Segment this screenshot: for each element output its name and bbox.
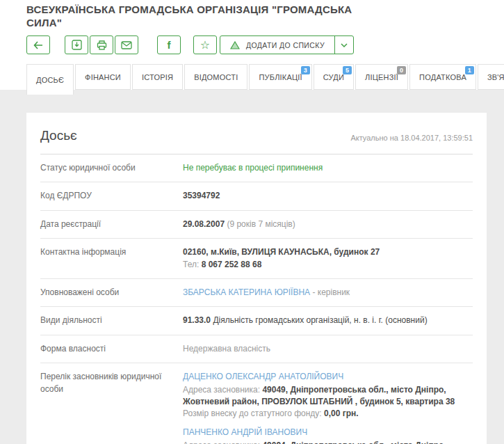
- download-button[interactable]: [65, 35, 88, 54]
- row-officers: Уповноважені особи ЗБАРСЬКА КАТЕРИНА ЮРІ…: [40, 279, 473, 307]
- toolbar: f ☆ ДОДАТИ ДО СПИСКУ: [26, 35, 490, 54]
- tab-label: ЛІЦЕНЗІЇ: [365, 73, 398, 81]
- count-badge: 1: [465, 66, 474, 74]
- row-contact-info: Контактна інформація 02160, м.Київ, ВУЛИ…: [40, 239, 473, 279]
- status-value: Не перебуває в процесі припинення: [183, 163, 323, 173]
- field-label: Перелік засновників юридичної особи: [40, 371, 183, 444]
- row-ownership: Форма власності Недержавна власність: [40, 335, 473, 363]
- add-to-list-button[interactable]: ДОДАТИ ДО СПИСКУ: [220, 35, 354, 54]
- email-button[interactable]: [115, 35, 138, 54]
- dossier-card: Досьє Актуально на 18.04.2017, 13:59:51 …: [26, 113, 487, 444]
- activity-text: Діяльність громадських організацій, н. в…: [213, 315, 427, 325]
- page-header: ВСЕУКРАЇНСЬКА ГРОМАДСЬКА ОРГАНІЗАЦІЯ "ГР…: [0, 0, 504, 54]
- tab-label: ФІНАНСИ: [85, 73, 121, 81]
- facebook-button[interactable]: f: [157, 35, 181, 54]
- officer-link[interactable]: ЗБАРСЬКА КАТЕРИНА ЮРІЇВНА: [183, 287, 310, 297]
- founder-link[interactable]: ПАНЧЕНКО АНДРІЙ ІВАНОВИЧ: [183, 427, 307, 438]
- count-badge: 3: [301, 66, 310, 74]
- tab-details[interactable]: ВІДОМОСТІ: [184, 64, 247, 90]
- tab-label: ПУБЛІКАЦІЇ: [259, 73, 302, 81]
- row-activities: Види діяльності 91.33.0 Діяльність грома…: [40, 307, 473, 335]
- tab-bar: ДОСЬЄ ФІНАНСИ ІСТОРІЯ ВІДОМОСТІ ПУБЛІКАЦ…: [0, 64, 504, 90]
- count-badge: 0: [397, 66, 406, 74]
- tab-dossier[interactable]: ДОСЬЄ: [26, 64, 74, 95]
- field-label: Статус юридичної особи: [40, 162, 183, 174]
- row-status: Статус юридичної особи Не перебуває в пр…: [40, 154, 473, 182]
- field-label: Дата реєстрації: [40, 219, 183, 230]
- count-badge: 5: [343, 66, 352, 74]
- contact-address: 02160, м.Київ, ВУЛИЦЯ КАУНАСЬКА, будинок…: [183, 247, 380, 257]
- field-label: Форма власності: [40, 343, 183, 355]
- row-registration-date: Дата реєстрації 29.08.2007 (9 років 7 мі…: [40, 211, 473, 239]
- star-icon: ☆: [200, 40, 210, 51]
- phone-label: Тел:: [183, 260, 199, 269]
- tab-label: ІСТОРІЯ: [142, 73, 173, 81]
- add-to-list-main[interactable]: ДОДАТИ ДО СПИСКУ: [220, 36, 334, 54]
- facebook-icon: f: [168, 40, 171, 50]
- founder-link[interactable]: ДАЦЕНКО ОЛЕКСАНДР АНАТОЛІЙОВИЧ: [183, 371, 343, 383]
- field-label: Контактна інформація: [40, 246, 183, 271]
- printer-icon: [97, 40, 107, 50]
- envelope-icon: [121, 41, 132, 49]
- print-button[interactable]: [90, 35, 113, 54]
- tab-courts[interactable]: СУДИ5: [314, 64, 354, 90]
- tab-licenses[interactable]: ЛІЦЕНЗІЇ0: [355, 64, 408, 90]
- warning-triangle-icon: [230, 41, 240, 49]
- founder-contribution: 0,00 грн.: [324, 409, 359, 418]
- registration-age-note: (9 років 7 місяців): [227, 219, 295, 229]
- activity-code: 91.33.0: [183, 315, 211, 325]
- download-icon: [72, 40, 82, 50]
- company-title: ВСЕУКРАЇНСЬКА ГРОМАДСЬКА ОРГАНІЗАЦІЯ "ГР…: [26, 3, 360, 29]
- favorite-button[interactable]: ☆: [193, 35, 217, 54]
- tab-connections[interactable]: ЗВ'ЯЗКИbeta: [478, 64, 504, 90]
- edrpou-value: 35394792: [183, 191, 220, 200]
- tab-label: СУДИ: [323, 73, 344, 81]
- tab-label: ДОСЬЄ: [36, 76, 64, 84]
- row-founders: Перелік засновників юридичної особи ДАЦЕ…: [40, 363, 473, 444]
- back-button[interactable]: [26, 35, 50, 54]
- founder-item: ДАЦЕНКО ОЛЕКСАНДР АНАТОЛІЙОВИЧ Адреса за…: [183, 371, 473, 419]
- tab-label: ВІДОМОСТІ: [194, 73, 238, 81]
- field-label: Уповноважені особи: [40, 287, 183, 299]
- tab-finances[interactable]: ФІНАНСИ: [75, 64, 131, 90]
- tab-label: ЗВ'ЯЗКИ: [487, 73, 504, 81]
- card-title: Досьє: [40, 128, 77, 143]
- founder-address-label: Адреса засновника:: [183, 441, 260, 444]
- add-to-list-label: ДОДАТИ ДО СПИСКУ: [246, 41, 325, 49]
- ownership-value: Недержавна власність: [183, 344, 270, 354]
- founder-contribution-label: Розмір внеску до статутного фонду:: [183, 409, 322, 418]
- founder-item: ПАНЧЕНКО АНДРІЙ ІВАНОВИЧ Адреса засновни…: [183, 427, 473, 444]
- back-arrow-icon: [33, 41, 43, 49]
- add-to-list-dropdown[interactable]: [334, 36, 353, 54]
- field-label: Код ЄДРПОУ: [40, 190, 183, 202]
- actual-date: Актуально на 18.04.2017, 13:59:51: [350, 134, 473, 143]
- founder-address-label: Адреса засновника:: [183, 385, 260, 395]
- chevron-down-icon: [341, 43, 348, 47]
- registration-date-value: 29.08.2007: [183, 219, 225, 229]
- field-label: Види діяльності: [40, 315, 183, 326]
- officer-role: - керівник: [312, 287, 350, 297]
- tab-publications[interactable]: ПУБЛІКАЦІЇ3: [249, 64, 311, 90]
- phone-number: 8 067 252 88 68: [202, 260, 262, 269]
- tab-history[interactable]: ІСТОРІЯ: [132, 64, 183, 90]
- card-header: Досьє Актуально на 18.04.2017, 13:59:51: [40, 128, 473, 143]
- content-area: Досьє Актуально на 18.04.2017, 13:59:51 …: [0, 90, 504, 444]
- tab-tax[interactable]: ПОДАТКОВА1: [409, 64, 476, 90]
- tab-label: ПОДАТКОВА: [419, 73, 466, 81]
- row-edrpou: Код ЄДРПОУ 35394792: [40, 182, 473, 210]
